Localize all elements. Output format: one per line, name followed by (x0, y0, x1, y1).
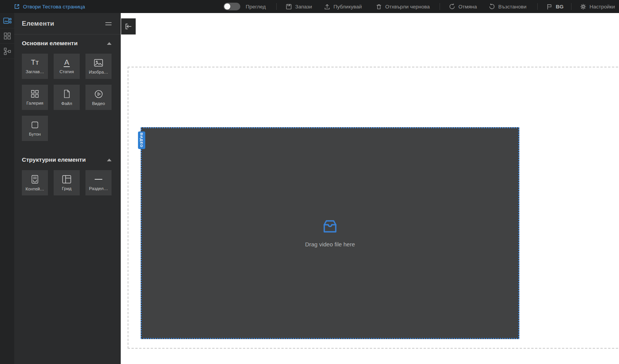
tile-label: Видео (92, 101, 105, 106)
undo-button[interactable]: Отмяна (449, 0, 477, 13)
element-tile-gallery[interactable]: Галерия (22, 85, 48, 110)
file-icon (62, 89, 71, 99)
grid-icon (3, 32, 11, 40)
redo-button-label: Възстанови (498, 4, 526, 10)
button-icon (30, 120, 39, 130)
save-icon (286, 3, 292, 10)
preview-toggle[interactable] (223, 0, 240, 13)
gallery-icon (30, 89, 39, 98)
article-icon: A (64, 59, 70, 67)
topbar-divider (571, 3, 571, 10)
tile-label: Бутон (29, 132, 41, 136)
tile-label: Заглав… (26, 69, 44, 74)
redo-button[interactable]: Възстанови (489, 0, 526, 13)
element-tile-video[interactable]: Видео (85, 85, 112, 110)
structural-elements-grid: Контей… Грид Раздел… (14, 169, 121, 200)
collapse-left-icon (124, 23, 133, 30)
heading-icon: Tт (31, 59, 39, 67)
collapse-arrow-icon (107, 159, 112, 161)
tile-label: Раздел… (89, 186, 108, 191)
element-tile-file[interactable]: Файл (54, 85, 80, 110)
widgets-image-icon (3, 17, 11, 25)
drop-zone-text: Drag video file here (305, 241, 355, 248)
discard-draft-label: Отхвърли чернова (385, 4, 430, 10)
tile-label: Изобра… (89, 70, 108, 74)
topbar: Отвори Тестова страница Преглед Запази П… (0, 0, 619, 13)
element-tile-heading[interactable]: Tт Заглав… (22, 54, 48, 79)
tile-label: Грид (62, 186, 71, 191)
rail-item-elements[interactable] (0, 13, 14, 28)
page-container-outline[interactable]: ВИДЕО Drag video file here (128, 67, 619, 349)
external-link-icon (14, 3, 20, 10)
container-icon (30, 174, 39, 184)
tile-label: Контей… (26, 187, 44, 191)
panel-header: Елементи (14, 13, 121, 34)
element-tile-container[interactable]: Контей… (22, 170, 48, 195)
video-icon (94, 89, 103, 99)
undo-icon (449, 3, 455, 10)
open-page-link-label: Отвори Тестова страница (23, 4, 85, 10)
publish-button-label: Публикувай (333, 4, 362, 10)
panel-menu-icon[interactable] (105, 21, 112, 27)
toggle-knob (224, 3, 230, 10)
save-button[interactable]: Запази (286, 0, 312, 13)
settings-button-label: Настройки (589, 4, 615, 10)
panel-title: Елементи (22, 20, 54, 28)
element-tile-image[interactable]: Изобра… (85, 54, 112, 79)
section-header-structural[interactable]: Структурни елементи (14, 151, 121, 169)
language-button[interactable]: BG (546, 0, 563, 13)
section-title: Структурни елементи (22, 156, 86, 163)
redo-icon (489, 3, 495, 10)
editor-canvas: ВИДЕО Drag video file here (121, 13, 619, 364)
flag-icon (546, 3, 553, 10)
upload-icon (324, 3, 330, 10)
tile-label: Файл (61, 101, 72, 106)
element-tile-grid[interactable]: Грид (54, 170, 80, 195)
video-element-dropzone[interactable]: ВИДЕО Drag video file here (141, 127, 519, 339)
grid-layout-icon (62, 175, 72, 184)
video-element-badge: ВИДЕО (138, 131, 145, 149)
gear-icon (580, 3, 586, 10)
collapse-panel-button[interactable] (121, 18, 136, 34)
trash-icon (376, 3, 382, 10)
element-tile-button[interactable]: Бутон (22, 116, 48, 141)
language-label: BG (556, 4, 563, 10)
topbar-divider (537, 3, 538, 10)
open-page-link[interactable]: Отвори Тестова страница (14, 0, 85, 13)
left-rail (0, 13, 14, 364)
discard-draft-button[interactable]: Отхвърли чернова (376, 0, 430, 13)
divider-icon (94, 175, 103, 184)
sitemap-icon (3, 48, 11, 55)
collapse-arrow-icon (107, 42, 112, 45)
basic-elements-grid: Tт Заглав… A Статия Изобра… Галерия Файл (14, 52, 121, 146)
element-tile-article[interactable]: A Статия (54, 54, 80, 79)
tile-label: Статия (59, 69, 74, 74)
page-builder-app: Отвори Тестова страница Преглед Запази П… (0, 0, 619, 364)
settings-button[interactable]: Настройки (580, 0, 615, 13)
section-header-basic[interactable]: Основни елементи (14, 34, 121, 52)
inbox-icon (322, 219, 338, 234)
toggle-track[interactable] (223, 3, 240, 10)
rail-item-sections[interactable] (0, 28, 14, 44)
save-button-label: Запази (295, 4, 312, 10)
rail-item-structure[interactable] (0, 44, 14, 59)
topbar-divider (276, 3, 277, 10)
element-tile-divider[interactable]: Раздел… (85, 170, 112, 195)
section-title: Основни елементи (22, 40, 77, 47)
preview-label: Преглед (246, 0, 266, 13)
undo-button-label: Отмяна (458, 4, 477, 10)
topbar-divider (440, 3, 440, 10)
image-icon (94, 58, 103, 67)
elements-panel: Елементи Основни елементи Tт Заглав… A С… (14, 13, 121, 364)
tile-label: Галерия (26, 101, 43, 105)
publish-button[interactable]: Публикувай (324, 0, 362, 13)
